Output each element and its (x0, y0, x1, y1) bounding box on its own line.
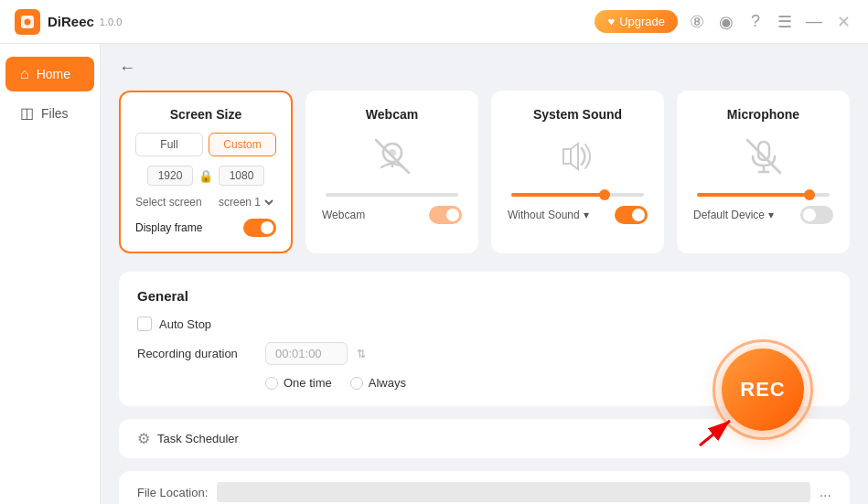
mic-toggle[interactable] (800, 206, 833, 224)
auto-stop-checkbox[interactable] (137, 316, 152, 331)
display-frame-toggle[interactable] (243, 219, 276, 237)
duration-input[interactable] (265, 342, 348, 365)
screen-select[interactable]: screen 1 (215, 195, 276, 209)
select-screen-label: Select screen (135, 196, 202, 209)
sound-volume-label: Without Sound ▾ (508, 209, 589, 221)
duration-spinner-icon[interactable]: ⇅ (357, 348, 366, 360)
file-dots-button[interactable]: ... (820, 484, 831, 500)
webcam-icon-wrap (322, 133, 462, 180)
sidebar-item-home-label: Home (37, 67, 70, 81)
recording-duration-label: Recording duration (137, 347, 256, 360)
general-title: General (137, 288, 831, 304)
webcam-toggle[interactable] (429, 206, 462, 224)
radio-always-label: Always (369, 376, 406, 390)
file-location-section: File Location: ... (119, 471, 850, 504)
svg-point-1 (25, 18, 31, 25)
rec-button-area: REC (713, 339, 813, 440)
mic-slider-track[interactable] (697, 193, 830, 197)
svg-marker-6 (571, 144, 578, 169)
radio-one-time-label: One time (284, 376, 332, 390)
rec-outer-ring: REC (713, 339, 813, 440)
microphone-card: Microphone (677, 91, 850, 253)
auto-stop-label: Auto Stop (159, 317, 211, 331)
task-scheduler-label: Task Scheduler (157, 432, 239, 445)
svg-line-13 (700, 421, 730, 445)
sidebar-item-files[interactable]: ◫ Files (5, 95, 94, 131)
dimension-row: 🔒 (135, 166, 276, 186)
sound-slider-track[interactable] (511, 193, 644, 197)
coin-icon[interactable]: ⑧ (687, 12, 707, 32)
rec-label: REC (740, 378, 785, 402)
select-screen-row: Select screen screen 1 (135, 195, 276, 209)
svg-rect-7 (563, 149, 571, 164)
webcam-icon (369, 133, 416, 180)
titlebar-actions: ♥ Upgrade ⑧ ◉ ? ☰ — ✕ (595, 10, 853, 33)
sidebar: ⌂ Home ◫ Files (0, 44, 101, 504)
webcam-slider-track[interactable] (326, 193, 458, 197)
app-logo (15, 9, 40, 35)
mic-dropdown-icon[interactable]: ▾ (768, 209, 774, 221)
arrow-icon (695, 404, 741, 450)
webcam-title: Webcam (322, 107, 462, 122)
mic-icon-wrap (693, 133, 833, 180)
help-icon[interactable]: ? (745, 12, 766, 31)
sidebar-item-home[interactable]: ⌂ Home (5, 57, 94, 91)
radio-one-time[interactable]: One time (265, 376, 332, 390)
gear-icon: ⚙ (137, 430, 150, 447)
display-frame-row: Display frame (135, 219, 276, 237)
sound-icon-wrap (508, 133, 648, 180)
upgrade-button[interactable]: ♥ Upgrade (595, 10, 678, 33)
full-size-button[interactable]: Full (135, 133, 203, 156)
auto-stop-row: Auto Stop (137, 316, 831, 331)
mic-device-label: Default Device ▾ (693, 209, 774, 221)
screen-size-card: Screen Size Full Custom 🔒 Select screen … (119, 91, 293, 253)
webcam-label: Webcam (322, 209, 365, 221)
mic-bottom-row: Default Device ▾ (693, 206, 833, 224)
sound-bottom-row: Without Sound ▾ (508, 206, 648, 224)
screen-size-title: Screen Size (135, 107, 276, 122)
sidebar-item-files-label: Files (41, 106, 69, 121)
lock-icon: 🔒 (198, 169, 213, 183)
mic-slider-row (693, 193, 833, 197)
upgrade-heart-icon: ♥ (607, 15, 615, 28)
close-icon[interactable]: ✕ (833, 12, 853, 32)
webcam-bottom-row: Webcam (322, 206, 462, 224)
settings-icon[interactable]: ◉ (716, 12, 736, 32)
back-button[interactable]: ← (119, 59, 135, 78)
system-sound-card: System Sound (491, 91, 664, 253)
file-path-bar (217, 482, 809, 502)
system-sound-title: System Sound (508, 107, 648, 122)
home-icon: ⌂ (20, 66, 29, 82)
titlebar: DiReec 1.0.0 ♥ Upgrade ⑧ ◉ ? ☰ — ✕ (0, 0, 868, 44)
webcam-card: Webcam Webcam (305, 91, 478, 253)
webcam-slider-row (322, 193, 462, 197)
radio-always[interactable]: Always (350, 376, 406, 390)
files-icon: ◫ (20, 104, 34, 122)
microphone-title: Microphone (693, 107, 833, 122)
cards-row: Screen Size Full Custom 🔒 Select screen … (119, 91, 850, 253)
custom-size-button[interactable]: Custom (209, 133, 276, 156)
arrow-pointer (695, 404, 741, 454)
sound-toggle[interactable] (615, 206, 648, 224)
sound-dropdown-icon[interactable]: ▾ (584, 209, 589, 221)
file-location-label: File Location: (137, 486, 208, 499)
width-input[interactable] (147, 166, 193, 186)
radio-one-time-circle (265, 377, 278, 390)
microphone-icon (740, 133, 788, 180)
sound-slider-row (508, 193, 648, 197)
display-frame-label: Display frame (135, 221, 202, 234)
height-input[interactable] (219, 166, 264, 186)
minimize-icon[interactable]: — (804, 12, 824, 31)
sound-icon (554, 133, 602, 180)
app-version: 1.0.0 (100, 16, 122, 27)
menu-icon[interactable]: ☰ (775, 12, 795, 32)
size-buttons: Full Custom (135, 133, 276, 156)
radio-always-circle (350, 377, 363, 390)
app-name: DiReec (48, 14, 94, 29)
